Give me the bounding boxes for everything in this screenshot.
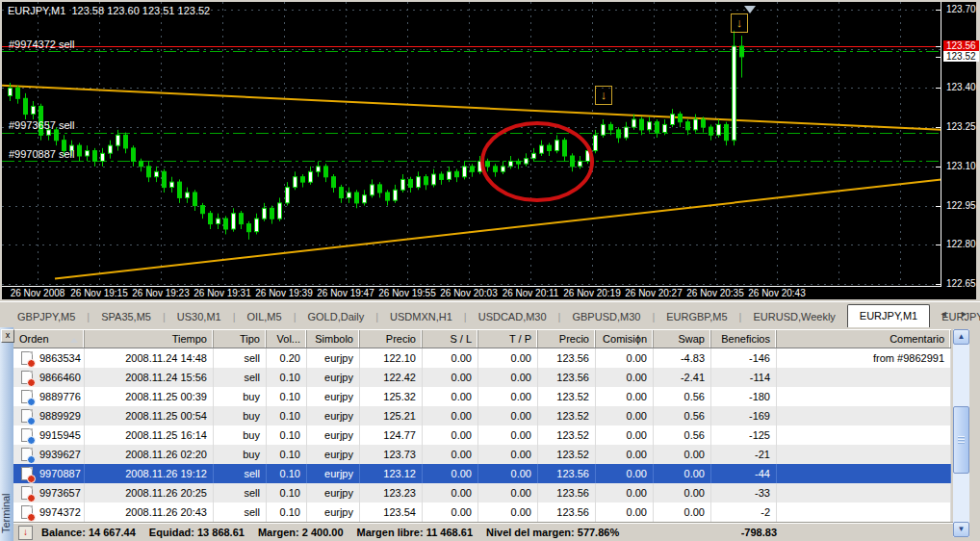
cell-vol: 0.10 [267, 483, 307, 502]
column-header-time[interactable]: Tiempo [85, 330, 214, 348]
order-row-9970887[interactable]: 99708872008.11.26 19:12sell0.10eurjpy123… [13, 464, 951, 483]
order-sell-icon [21, 351, 33, 365]
cell-commission: 0.00 [596, 387, 654, 406]
column-header-tp[interactable]: T / P [478, 330, 538, 348]
cell-vol: 0.10 [267, 502, 307, 522]
cell-comment: from #9862991 [777, 348, 951, 368]
cell-time: 2008.11.25 00:39 [85, 387, 214, 406]
cell-price2: 123.52 [538, 387, 596, 406]
cell-swap: -2.41 [654, 368, 711, 387]
cell-profit: -180 [711, 387, 777, 406]
vertical-scrollbar[interactable]: ▲ ▼ [953, 329, 969, 537]
sell-signal-marker-icon[interactable]: ↓ [595, 86, 612, 105]
time-tick-label: 26 Nov 20:11 [503, 288, 559, 298]
tab-eurgbp-m5[interactable]: EURGBP,M5 [655, 307, 738, 327]
cell-type: buy [214, 406, 267, 425]
order-row-9915945[interactable]: 99159452008.11.25 16:14buy0.10eurjpy124.… [13, 425, 951, 445]
scroll-right-icon[interactable]: ► [960, 309, 968, 319]
column-header-vol[interactable]: Vol... [267, 330, 307, 348]
cell-swap: 0.56 [654, 387, 711, 406]
chart-shift-icon[interactable] [744, 6, 756, 13]
price-tick-label: 123.70 [946, 4, 976, 14]
cell-price2: 123.56 [538, 368, 596, 387]
column-header-swap[interactable]: Swap [654, 330, 711, 348]
column-header-price[interactable]: Precio [360, 330, 423, 348]
price-tick-label: 122.95 [946, 200, 976, 211]
order-row-9863534[interactable]: 98635342008.11.24 14:48sell0.20eurjpy122… [13, 348, 951, 368]
cell-swap: 0.56 [654, 406, 711, 425]
scrollbar-thumb[interactable] [953, 406, 969, 474]
cell-order: 9939627 [13, 445, 85, 464]
cell-swap: 0.00 [654, 464, 711, 483]
tab-usdmxn-h1[interactable]: USDMXN,H1 [378, 307, 464, 327]
terminal-vertical-tab-label: Terminal [0, 327, 12, 533]
cell-vol: 0.20 [267, 348, 307, 368]
cell-tp: 0.00 [478, 406, 538, 425]
cell-comment [777, 387, 951, 406]
cell-profit: -33 [711, 483, 777, 502]
tab-gbpjpy-m5[interactable]: GBPJPY,M5 [6, 307, 87, 327]
chart-panel[interactable]: EURJPY,M1 123.58 123.60 123.51 123.52 #9… [2, 2, 976, 299]
account-status-bar: ↓ Balance: 14 667.44Equidad: 13 868.61Ma… [13, 522, 953, 541]
order-row-9866460[interactable]: 98664602008.11.24 15:56sell0.10eurjpy122… [13, 368, 951, 387]
cell-order: 9974372 [13, 502, 85, 522]
scroll-left-icon[interactable]: ◄ [940, 309, 948, 319]
order-row-9889776[interactable]: 98897762008.11.25 00:39buy0.10eurjpy125.… [13, 387, 951, 406]
order-row-9939627[interactable]: 99396272008.11.26 02:20buy0.10eurjpy123.… [13, 445, 951, 464]
cell-swap: 0.00 [654, 483, 711, 502]
column-header-comment[interactable]: Comentario [777, 330, 951, 348]
time-axis[interactable]: 26 Nov 200826 Nov 19:1526 Nov 19:2326 No… [2, 288, 941, 299]
tab-eurusd-weekly[interactable]: EURUSD,Weekly [741, 307, 846, 327]
terminal-vertical-tab[interactable]: Terminal [0, 327, 13, 541]
scroll-up-icon[interactable]: ▲ [953, 329, 969, 345]
tab-spa35-m5[interactable]: SPA35,M5 [90, 307, 163, 327]
price-tick-label: 123.40 [946, 82, 976, 92]
cell-price: 122.42 [360, 368, 423, 387]
scroll-down-icon[interactable]: ▼ [953, 522, 969, 537]
cell-price: 124.77 [360, 425, 423, 445]
order-row-9974372[interactable]: 99743722008.11.26 20:43sell0.10eurjpy123… [13, 502, 951, 522]
column-header-order[interactable]: Orden [13, 330, 85, 348]
chart-overlays: EURJPY,M1 123.58 123.60 123.51 123.52 #9… [2, 2, 941, 287]
order-buy-icon [21, 448, 33, 461]
price-axis[interactable]: 123.70123.56123.52123.40123.25123.10122.… [941, 2, 976, 287]
tab-usdcad-m30[interactable]: USDCAD,M30 [467, 307, 558, 327]
order-row-9973657[interactable]: 99736572008.11.26 20:25sell0.10eurjpy123… [13, 483, 951, 502]
cell-sl: 0.00 [423, 368, 478, 387]
time-tick-label: 26 Nov 19:31 [193, 288, 251, 298]
bid-price-badge: 123.52 [943, 51, 979, 62]
column-header-price2[interactable]: Precio [538, 330, 596, 348]
column-header-commission[interactable]: Comisiϕn [596, 330, 654, 348]
cell-vol: 0.10 [267, 464, 307, 483]
tab-us30-m1[interactable]: US30,M1 [166, 307, 233, 327]
cell-type: sell [214, 464, 267, 483]
cell-time: 2008.11.26 20:43 [85, 502, 214, 522]
cell-comment [777, 502, 951, 522]
status-segments: Balance: 14 667.44Equidad: 13 868.61Marg… [41, 527, 632, 538]
cell-commission: 0.00 [596, 368, 654, 387]
column-header-symbol[interactable]: Simbolo [307, 330, 360, 348]
cell-type: buy [214, 445, 267, 464]
cell-price2: 123.52 [538, 445, 596, 464]
column-header-type[interactable]: Tipo [214, 330, 267, 348]
cell-sl: 0.00 [423, 445, 478, 464]
cell-sl: 0.00 [423, 464, 478, 483]
column-header-sl[interactable]: S / L [423, 330, 478, 348]
cell-comment [777, 425, 951, 445]
sell-signal-marker-icon[interactable]: ↓ [731, 13, 748, 33]
tab-oil-m5[interactable]: OIL,M5 [236, 307, 294, 327]
cell-vol: 0.10 [267, 445, 307, 464]
column-header-profit[interactable]: Beneficios [711, 330, 777, 348]
cell-symbol: eurjpy [307, 483, 360, 502]
terminal-panel: x Terminal OrdenTiempoTipoVol...SimboloP… [0, 327, 980, 541]
order-row-9889929[interactable]: 98899292008.11.25 00:54buy0.10eurjpy125.… [13, 406, 951, 425]
cell-profit: -44 [711, 464, 777, 483]
tab-eurjpy-m1[interactable]: EURJPY,M1 [847, 304, 930, 327]
time-tick-label: 26 Nov 19:55 [378, 288, 436, 298]
cell-order: 9889929 [13, 406, 85, 425]
tab-gold-daily[interactable]: GOLD,Daily [296, 307, 375, 327]
tab-gbpusd-m30[interactable]: GBPUSD,M30 [560, 307, 652, 327]
order-line-label: #9974372 sell [9, 39, 75, 50]
close-icon[interactable]: x [1, 329, 14, 343]
cell-price: 123.12 [360, 464, 423, 483]
